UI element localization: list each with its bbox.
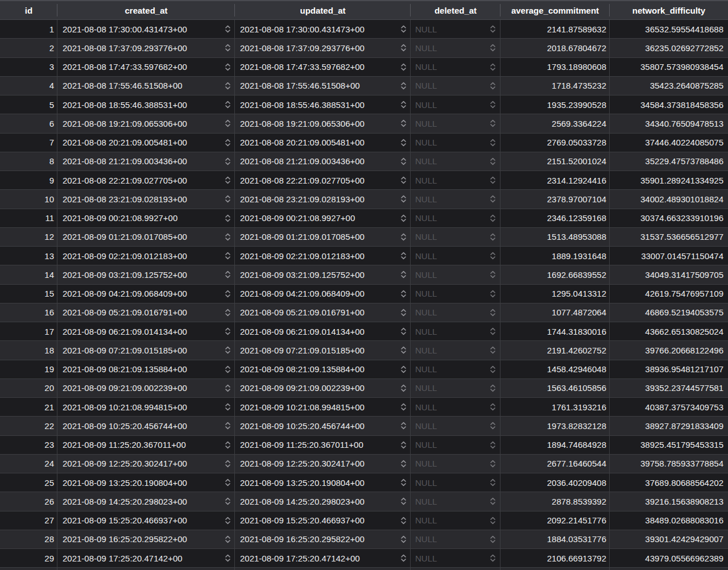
cell-created_at[interactable]: 2021-08-08 17:47:33.597682+00 (57, 58, 235, 76)
cell-deleted_at[interactable]: NULL (411, 114, 500, 132)
cell-network_difficulty[interactable]: 40387.37573409753 (610, 398, 728, 416)
cell-deleted_at[interactable]: NULL (411, 398, 500, 416)
cell-average_commitment[interactable]: 1793.18980608 (500, 58, 610, 76)
cell-average_commitment[interactable]: 1744.31830016 (500, 322, 610, 340)
cell-updated_at[interactable]: 2021-08-09 05:21:09.016791+00 (235, 303, 411, 322)
up-down-stepper-icon[interactable] (225, 176, 231, 185)
cell-id[interactable]: 28 (0, 530, 57, 548)
up-down-stepper-icon[interactable] (490, 194, 496, 203)
cell-updated_at[interactable]: 2021-08-09 12:25:20.302417+00 (235, 455, 411, 473)
cell-updated_at[interactable]: 2021-08-09 15:25:20.466937+00 (235, 511, 411, 530)
cell-network_difficulty[interactable]: 38489.02688083016 (610, 511, 728, 530)
up-down-stepper-icon[interactable] (400, 214, 407, 223)
up-down-stepper-icon[interactable] (400, 81, 407, 90)
cell-created_at[interactable]: 2021-08-08 18:55:46.388531+00 (57, 95, 235, 114)
column-header-updated_at[interactable]: updated_at (235, 1, 411, 19)
cell-created_at[interactable]: 2021-08-09 11:25:20.367011+00 (57, 436, 235, 454)
cell-id[interactable]: 13 (0, 247, 57, 265)
cell-created_at[interactable]: 2021-08-09 03:21:09.125752+00 (57, 265, 235, 284)
cell-created_at[interactable]: 2021-08-09 05:21:09.016791+00 (57, 303, 235, 322)
up-down-stepper-icon[interactable] (490, 138, 496, 147)
cell-network_difficulty[interactable]: 43662.65130825024 (610, 322, 728, 340)
cell-network_difficulty[interactable]: 34340.76509478513 (610, 114, 728, 132)
cell-updated_at[interactable]: 2021-08-09 14:25:20.298023+00 (235, 492, 411, 510)
cell-id[interactable]: 25 (0, 473, 57, 492)
cell-average_commitment[interactable]: 2314.12924416 (500, 171, 610, 189)
up-down-stepper-icon[interactable] (490, 251, 496, 260)
up-down-stepper-icon[interactable] (225, 402, 231, 411)
up-down-stepper-icon[interactable] (225, 365, 231, 374)
cell-id[interactable]: 16 (0, 303, 57, 322)
cell-id[interactable]: 5 (0, 95, 57, 114)
cell-average_commitment[interactable]: 1935.23990528 (500, 95, 610, 114)
cell-updated_at[interactable]: 2021-08-09 08:21:09.135884+00 (235, 360, 411, 378)
cell-id[interactable]: 27 (0, 511, 57, 530)
cell-updated_at[interactable]: 2021-08-09 16:25:20.295822+00 (235, 530, 411, 548)
cell-network_difficulty[interactable]: 39766.20668122496 (610, 341, 728, 359)
up-down-stepper-icon[interactable] (225, 516, 231, 525)
up-down-stepper-icon[interactable] (400, 157, 407, 166)
cell-id[interactable]: 8 (0, 152, 57, 170)
up-down-stepper-icon[interactable] (490, 459, 496, 468)
up-down-stepper-icon[interactable] (400, 402, 407, 411)
up-down-stepper-icon[interactable] (400, 43, 407, 52)
up-down-stepper-icon[interactable] (490, 516, 496, 525)
cell-id[interactable]: 6 (0, 114, 57, 132)
up-down-stepper-icon[interactable] (225, 100, 231, 109)
cell-network_difficulty[interactable]: 46869.52194053575 (610, 303, 728, 322)
up-down-stepper-icon[interactable] (225, 119, 231, 128)
cell-created_at[interactable]: 2021-08-09 08:21:09.135884+00 (57, 360, 235, 378)
cell-deleted_at[interactable]: NULL (411, 228, 500, 246)
cell-id[interactable]: 10 (0, 190, 57, 208)
up-down-stepper-icon[interactable] (400, 270, 407, 279)
up-down-stepper-icon[interactable] (225, 194, 231, 203)
cell-created_at[interactable]: 2021-08-08 23:21:09.028193+00 (57, 190, 235, 208)
cell-updated_at[interactable]: 2021-08-08 20:21:09.005481+00 (235, 134, 411, 152)
cell-created_at[interactable]: 2021-08-08 17:55:46.51508+00 (57, 77, 235, 95)
up-down-stepper-icon[interactable] (400, 421, 407, 430)
up-down-stepper-icon[interactable] (490, 554, 496, 563)
cell-id[interactable]: 2 (0, 39, 57, 57)
cell-average_commitment[interactable]: 1563.46105856 (500, 379, 610, 397)
cell-id[interactable]: 4 (0, 77, 57, 95)
cell-deleted_at[interactable]: NULL (411, 360, 500, 378)
cell-created_at[interactable]: 2021-08-09 09:21:09.002239+00 (57, 379, 235, 397)
up-down-stepper-icon[interactable] (490, 365, 496, 374)
cell-network_difficulty[interactable]: 34584.373818458356 (610, 95, 728, 114)
cell-updated_at[interactable]: 2021-08-09 17:25:20.47142+00 (235, 549, 411, 567)
cell-updated_at[interactable]: 2021-08-08 17:30:00.431473+00 (235, 20, 411, 38)
cell-updated_at[interactable]: 2021-08-08 17:37:09.293776+00 (235, 39, 411, 57)
cell-deleted_at[interactable]: NULL (411, 511, 500, 530)
up-down-stepper-icon[interactable] (490, 421, 496, 430)
up-down-stepper-icon[interactable] (490, 402, 496, 411)
cell-network_difficulty[interactable]: 34049.31417509705 (610, 265, 728, 284)
up-down-stepper-icon[interactable] (225, 270, 231, 279)
cell-deleted_at[interactable]: NULL (411, 39, 500, 57)
up-down-stepper-icon[interactable] (225, 421, 231, 430)
cell-deleted_at[interactable]: NULL (411, 322, 500, 340)
cell-id[interactable]: 26 (0, 492, 57, 510)
cell-network_difficulty[interactable]: 38925.451795453315 (610, 436, 728, 454)
column-header-network_difficulty[interactable]: network_difficulty (610, 1, 728, 19)
cell-updated_at[interactable]: 2021-08-08 21:21:09.003436+00 (235, 152, 411, 170)
cell-network_difficulty[interactable]: 39216.15638908213 (610, 492, 728, 510)
cell-created_at[interactable]: 2021-08-09 16:25:20.295822+00 (57, 530, 235, 548)
up-down-stepper-icon[interactable] (400, 384, 407, 393)
up-down-stepper-icon[interactable] (490, 157, 496, 166)
cell-deleted_at[interactable]: NULL (411, 341, 500, 359)
cell-updated_at[interactable]: 2021-08-09 00:21:08.9927+00 (235, 209, 411, 227)
up-down-stepper-icon[interactable] (400, 346, 407, 355)
up-down-stepper-icon[interactable] (225, 232, 231, 242)
cell-created_at[interactable]: 2021-08-09 12:25:20.302417+00 (57, 455, 235, 473)
cell-average_commitment[interactable]: 2106.66913792 (500, 549, 610, 567)
cell-deleted_at[interactable]: NULL (411, 20, 500, 38)
cell-average_commitment[interactable]: 1884.03531776 (500, 530, 610, 548)
up-down-stepper-icon[interactable] (400, 138, 407, 147)
column-header-created_at[interactable]: created_at (57, 1, 235, 19)
up-down-stepper-icon[interactable] (490, 214, 496, 223)
up-down-stepper-icon[interactable] (400, 232, 407, 242)
cell-average_commitment[interactable]: 1295.0413312 (500, 285, 610, 303)
up-down-stepper-icon[interactable] (490, 346, 496, 355)
cell-network_difficulty[interactable]: 33007.014571150474 (610, 247, 728, 265)
cell-average_commitment[interactable]: 2141.87589632 (500, 20, 610, 38)
